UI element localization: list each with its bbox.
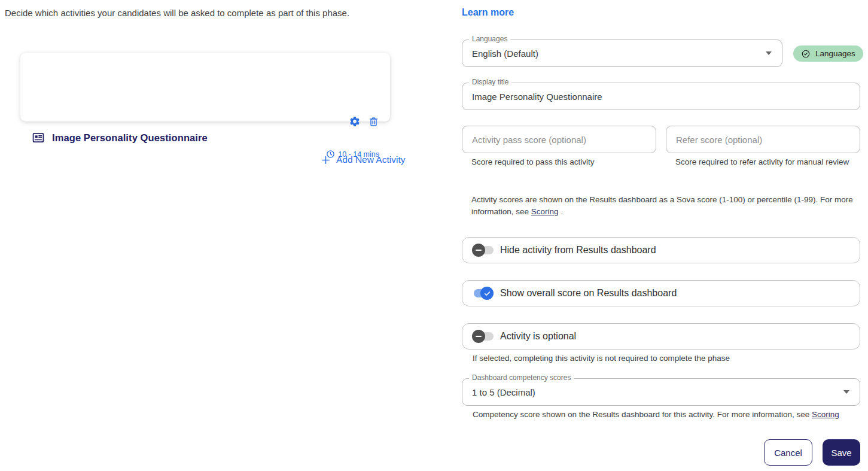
questionnaire-card-icon — [32, 131, 45, 144]
activity-card-actions — [20, 116, 390, 127]
show-overall-score-toggle[interactable] — [472, 287, 494, 300]
pass-score-field — [462, 126, 656, 153]
scores-note-text: Activity scores are shown on the Results… — [471, 195, 853, 216]
languages-status-badge[interactable]: Languages — [793, 45, 863, 62]
activity-settings-button[interactable] — [349, 116, 361, 127]
scoring-link[interactable]: Scoring — [531, 207, 559, 216]
refer-score-field — [666, 126, 860, 153]
scoring-link[interactable]: Scoring — [812, 410, 839, 419]
toggle-row-show-overall-score: Show overall score on Results dashboard — [462, 280, 860, 306]
toggle-knob — [472, 330, 485, 343]
activity-card: Image Personality Questionnaire 10 - 14 … — [20, 53, 390, 121]
pass-score-input[interactable] — [462, 126, 656, 153]
activity-optional-helper: If selected, completing this activity is… — [473, 353, 855, 364]
add-new-activity-button[interactable]: Add New Activity — [321, 154, 405, 165]
display-title-field: Display title — [462, 83, 860, 110]
toggle-row-activity-optional: Activity is optional — [462, 323, 860, 350]
check-icon — [483, 290, 491, 297]
languages-select[interactable]: Languages English (Default) — [462, 39, 782, 67]
activity-title-row: Image Personality Questionnaire — [32, 131, 208, 144]
hide-activity-label: Hide activity from Results dashboard — [500, 245, 656, 256]
hide-activity-toggle[interactable] — [472, 244, 494, 257]
trash-icon — [368, 116, 380, 127]
scores-note-period: . — [561, 207, 563, 216]
refer-score-helper: Score required to refer activity for man… — [675, 156, 855, 168]
languages-badge-label: Languages — [815, 49, 855, 58]
show-overall-score-label: Show overall score on Results dashboard — [500, 288, 677, 299]
plus-icon — [321, 155, 331, 165]
activity-title: Image Personality Questionnaire — [52, 132, 208, 144]
chevron-down-icon — [766, 51, 772, 55]
activity-settings-panel: Learn more Languages English (Default) L… — [462, 0, 860, 471]
pass-score-helper: Score required to pass this activity — [471, 156, 657, 168]
minus-icon — [476, 336, 482, 338]
learn-more-link[interactable]: Learn more — [462, 7, 514, 18]
add-new-activity-label: Add New Activity — [336, 154, 405, 165]
activity-optional-toggle[interactable] — [472, 330, 494, 343]
check-circle-icon — [801, 49, 811, 59]
competency-helper-text: Competency score shown on the Results da… — [473, 410, 809, 419]
toggle-knob — [480, 287, 494, 300]
gear-icon — [349, 116, 361, 127]
cancel-button[interactable]: Cancel — [764, 439, 812, 466]
toggle-knob — [472, 244, 485, 257]
competency-scores-select[interactable]: Dashboard competency scores 1 to 5 (Deci… — [462, 378, 860, 406]
display-title-label: Display title — [469, 78, 511, 87]
save-button[interactable]: Save — [823, 439, 860, 466]
display-title-input[interactable] — [462, 83, 860, 110]
toggle-row-hide-activity: Hide activity from Results dashboard — [462, 237, 860, 263]
competency-helper: Competency score shown on the Results da… — [473, 409, 860, 421]
scores-note: Activity scores are shown on the Results… — [471, 194, 855, 218]
phase-activities-page: Decide which activities your candidates … — [0, 0, 868, 471]
intro-text: Decide which activities your candidates … — [5, 8, 349, 18]
chevron-down-icon — [843, 390, 849, 394]
activity-optional-label: Activity is optional — [500, 331, 576, 342]
competency-scores-value: 1 to 5 (Decimal) — [472, 379, 535, 405]
refer-score-input[interactable] — [666, 126, 860, 153]
minus-icon — [476, 250, 482, 251]
activity-delete-button[interactable] — [368, 116, 380, 127]
languages-select-value: English (Default) — [472, 40, 538, 66]
